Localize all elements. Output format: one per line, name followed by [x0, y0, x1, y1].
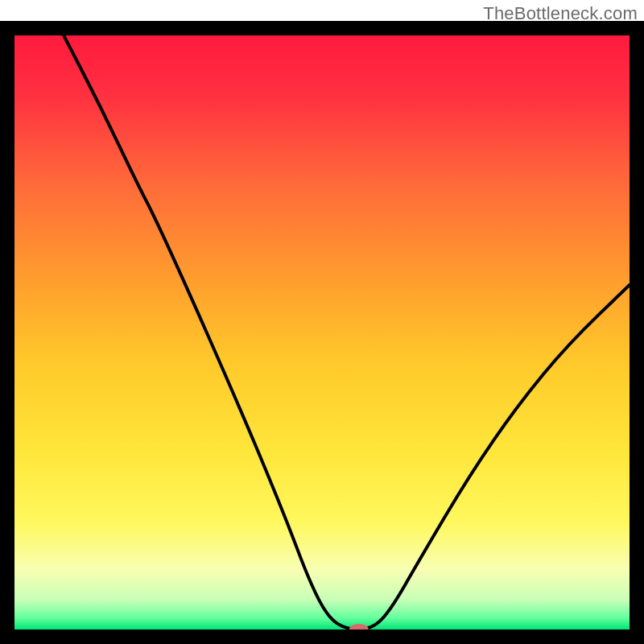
plot-border	[0, 21, 644, 644]
chart-frame: TheBottleneck.com	[0, 0, 644, 644]
watermark-text: TheBottleneck.com	[483, 3, 638, 24]
